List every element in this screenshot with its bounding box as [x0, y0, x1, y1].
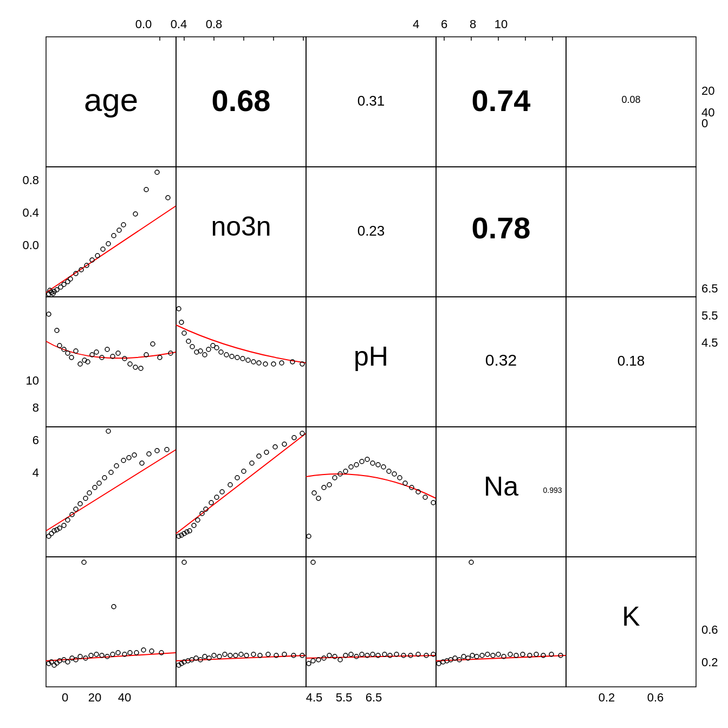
- corr-age-k: 0.08: [621, 94, 640, 105]
- corr-age-na: 0.74: [472, 83, 531, 118]
- axis-label: 0.8: [22, 173, 39, 187]
- corr-ph-na: 0.32: [485, 351, 517, 369]
- corr-no3n-ph: 0.23: [358, 223, 385, 239]
- axis-label: 4: [413, 17, 419, 31]
- axis-label: 0.4: [171, 17, 187, 31]
- axis-label: 6.5: [366, 691, 382, 704]
- axis-label: 5.5: [336, 691, 353, 704]
- corr-ph-k: 0.18: [618, 353, 645, 369]
- axis-label: 4.5: [306, 691, 323, 704]
- axis-label: 0.8: [206, 17, 223, 31]
- pairs-plot: 0.0 0.4 0.8 4 6 8 10 40 20 0 6.5 5.5 4.5…: [0, 0, 728, 728]
- corr-no3n-na: 0.78: [472, 211, 531, 245]
- axis-label: 0.6: [701, 623, 718, 636]
- diagonal-label-na: Na: [484, 471, 518, 502]
- corr-age-ph: 0.31: [358, 93, 385, 109]
- axis-label: 10: [495, 17, 508, 31]
- corr-na-label: 0.993: [543, 486, 562, 495]
- axis-label: 0.4: [22, 206, 39, 219]
- axis-label: 0: [701, 116, 708, 130]
- corr-age-no3n: 0.68: [212, 83, 271, 118]
- axis-label: 5.5: [701, 309, 718, 322]
- axis-label: 0.0: [22, 238, 39, 252]
- axis-label: 0.0: [135, 17, 152, 31]
- axis-label: 4.5: [701, 336, 718, 349]
- diagonal-label-k: K: [622, 601, 640, 632]
- diagonal-label-ph: pH: [354, 341, 388, 372]
- axis-label: 20: [88, 691, 101, 704]
- axis-label: 0: [62, 691, 68, 704]
- diagonal-label-no3n: no3n: [211, 211, 271, 242]
- axis-label: 0.2: [599, 691, 615, 704]
- axis-label: 40: [118, 691, 131, 704]
- axis-label: 4: [32, 466, 39, 479]
- axis-label: 8: [470, 17, 476, 31]
- axis-label: 6: [441, 17, 447, 31]
- axis-label: 0.6: [647, 691, 664, 704]
- axis-label: 0.2: [701, 655, 718, 669]
- axis-label: 20: [701, 84, 714, 98]
- axis-label: 6.5: [701, 282, 718, 295]
- diagonal-label-age: age: [84, 82, 138, 118]
- axis-label: 8: [32, 401, 39, 414]
- axis-label: 10: [26, 374, 39, 387]
- axis-label: 6: [32, 433, 39, 447]
